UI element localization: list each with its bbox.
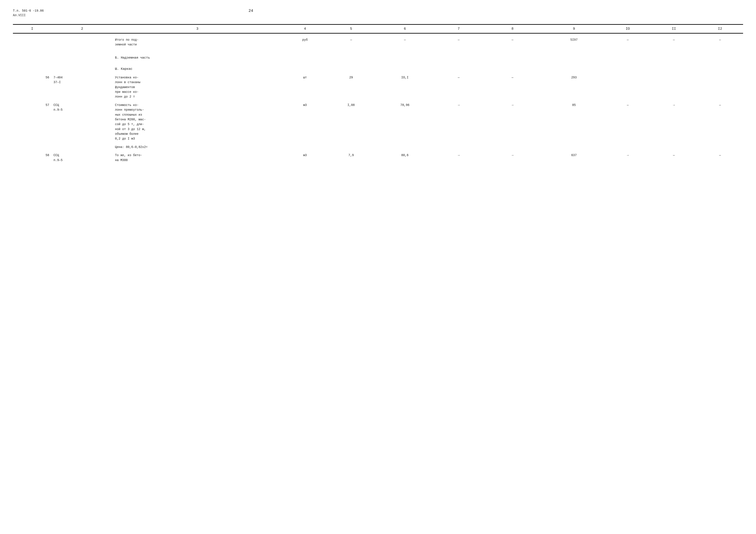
row-price-58: 80,6 [374, 151, 436, 164]
row-qty-57: I,08 [328, 101, 374, 143]
row-col7-58: → [436, 151, 482, 164]
row-col7-summary: — [436, 33, 482, 51]
row-price-summary: — [374, 33, 436, 51]
row-col12-58: — [697, 151, 743, 164]
col-header-1: I [13, 25, 51, 33]
col-header-5: 5 [328, 25, 374, 33]
table-row: Итого по под-земной части руб — — — — 5I… [13, 33, 743, 51]
row-unit-summary: руб [282, 33, 328, 51]
main-table: I 2 3 4 5 6 7 8 9 IO II I2 Итого по под-… [13, 24, 743, 164]
row-col10-56 [605, 73, 651, 101]
row-num-empty [13, 33, 51, 51]
row-desc-57: Стоимость ко-лонн прямоуголь-ных сплошны… [113, 101, 282, 143]
row-qty-summary: — [328, 33, 374, 51]
table-header-row: I 2 3 4 5 6 7 8 9 IO II I2 [13, 25, 743, 33]
subtext-c9 [543, 143, 605, 151]
row-col11-56 [651, 73, 697, 101]
row-desc-56: Установка ко-лонн в стаканыфундаментовпр… [113, 73, 282, 101]
row-col7-56: — [436, 73, 482, 101]
col-header-3: 3 [113, 25, 282, 33]
row-qty-56: 29 [328, 73, 374, 101]
row-col12-56 [697, 73, 743, 101]
col-header-4: 4 [282, 25, 328, 33]
row-col9-58: 637 [543, 151, 605, 164]
row-code-58: ССЦп.9–5 [51, 151, 113, 164]
row-col11-57: → [651, 101, 697, 143]
col-header-10: IO [605, 25, 651, 33]
subtext-num-57 [13, 143, 51, 151]
subtext-desc-57: Цена: 80,6–0,82х2= [113, 143, 282, 151]
subtext-c7 [436, 143, 482, 151]
col-header-7: 7 [436, 25, 482, 33]
row-col10-57: — [605, 101, 651, 143]
subtext-c8 [482, 143, 543, 151]
subsection-code-empty [51, 62, 113, 73]
table-row: Цена: 80,6–0,82х2= [13, 143, 743, 151]
subtext-c4 [282, 143, 328, 151]
doc-reference: Т.п. 501-6 -19.86 Ал.VIII [13, 9, 44, 18]
subtext-c5 [328, 143, 374, 151]
row-price-57: 78,96 [374, 101, 436, 143]
row-num-58: 58 [13, 151, 51, 164]
row-unit-58: м3 [282, 151, 328, 164]
page-header: Т.п. 501-6 -19.86 Ал.VIII 24 [13, 9, 743, 18]
subsection-header-karkas: Ш. Каркас [113, 62, 743, 73]
col-header-8: 8 [482, 25, 543, 33]
row-col9-57: 85 [543, 101, 605, 143]
row-unit-56: шт [282, 73, 328, 101]
table-row: Ш. Каркас [13, 62, 743, 73]
page-number: 24 [87, 9, 415, 13]
table-row: 57 ССЦп.9–5 Стоимость ко-лонн прямоуголь… [13, 101, 743, 143]
col-header-6: 6 [374, 25, 436, 33]
row-col8-56: — [482, 73, 543, 101]
row-col11-summary: — [651, 33, 697, 51]
col-header-12: I2 [697, 25, 743, 33]
row-col12-57: — [697, 101, 743, 143]
row-code-57: ССЦп.9–5 [51, 101, 113, 143]
row-col9-56: 293 [543, 73, 605, 101]
col-header-11: II [651, 25, 697, 33]
table-row: 58 ССЦп.9–5 То же, из бето-на М300 м3 7,… [13, 151, 743, 164]
row-unit-57: м3 [282, 101, 328, 143]
doc-ref-line2: Ал.VIII [13, 13, 44, 18]
row-code-empty [51, 33, 113, 51]
row-col10-58: → [605, 151, 651, 164]
row-num-57: 57 [13, 101, 51, 143]
subtext-c11 [651, 143, 697, 151]
row-col10-summary: — [605, 33, 651, 51]
section-code-empty [51, 51, 113, 62]
section-num-empty [13, 51, 51, 62]
row-col12-summary: — [697, 33, 743, 51]
table-row: 56 7–40437–I Установка ко-лонн в стаканы… [13, 73, 743, 101]
subtext-code-57 [51, 143, 113, 151]
row-price-56: IO,I [374, 73, 436, 101]
subtext-c6 [374, 143, 436, 151]
section-header-nadzeml: Б. Надземная часть [113, 51, 743, 62]
row-col8-58: → [482, 151, 543, 164]
table-row: Б. Надземная часть [13, 51, 743, 62]
subtext-c12 [697, 143, 743, 151]
subsection-num-empty [13, 62, 51, 73]
doc-ref-line1: Т.п. 501-6 -19.86 [13, 9, 44, 13]
subtext-c10 [605, 143, 651, 151]
row-code-56: 7–40437–I [51, 73, 113, 101]
row-col11-58: — [651, 151, 697, 164]
col-header-2: 2 [51, 25, 113, 33]
row-desc-58: То же, из бето-на М300 [113, 151, 282, 164]
row-col8-summary: — [482, 33, 543, 51]
row-qty-58: 7,9 [328, 151, 374, 164]
row-num-56: 56 [13, 73, 51, 101]
row-col7-57: → [436, 101, 482, 143]
col-header-9: 9 [543, 25, 605, 33]
row-col8-57: → [482, 101, 543, 143]
row-col9-summary: 5I97 [543, 33, 605, 51]
row-desc-summary: Итого по под-земной части [113, 33, 282, 51]
